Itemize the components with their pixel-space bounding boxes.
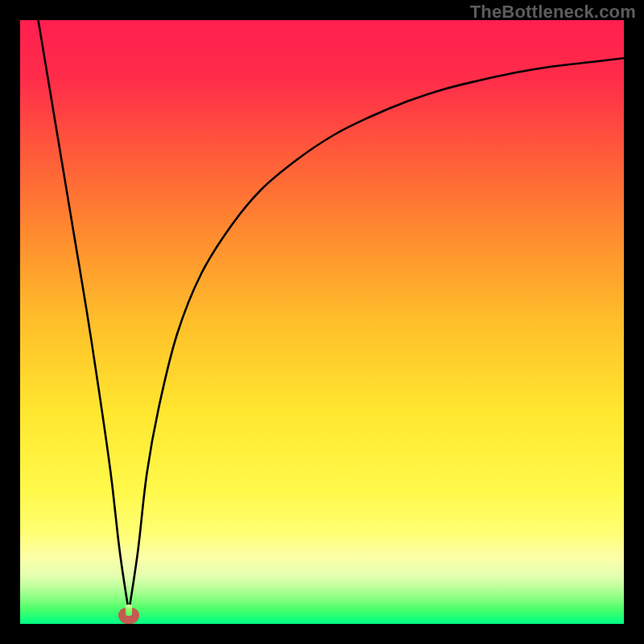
bottleneck-curve bbox=[20, 20, 624, 624]
chart-frame: TheBottleneck.com bbox=[0, 0, 644, 644]
plot-area bbox=[20, 20, 624, 624]
optimal-marker bbox=[118, 608, 139, 624]
